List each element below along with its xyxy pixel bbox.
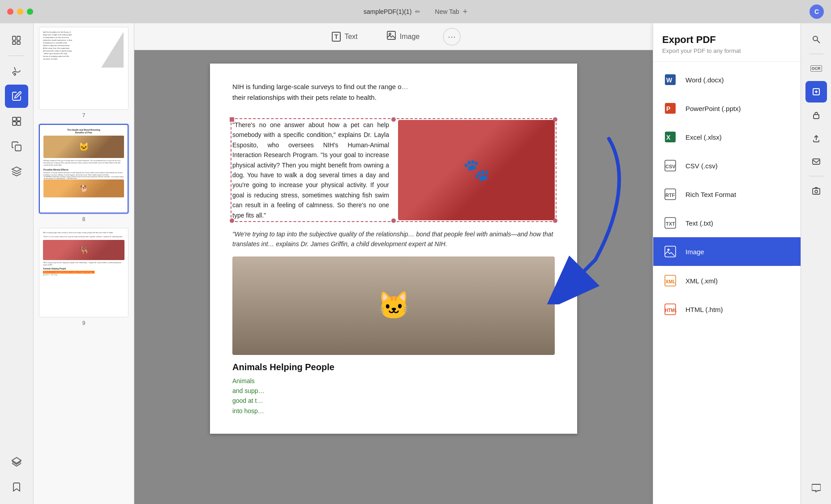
thumb8-title: The Health and Mood-BoostingBenefits of … [43, 128, 124, 134]
thumb7-triangle [101, 32, 124, 69]
chat-btn[interactable] [805, 477, 827, 499]
sidebar-item-layers[interactable] [5, 450, 28, 474]
tab-title-text: samplePDF(1)(1) [364, 8, 411, 15]
ocr-label: OCR [810, 65, 822, 72]
minimize-button[interactable] [17, 9, 23, 15]
green-text: Animalsand supp…good at t…into hosp… [232, 376, 555, 416]
text-toolbar-icon: T [332, 32, 341, 42]
avatar[interactable]: C [810, 4, 824, 19]
export-item-txt-label: Text (.txt) [685, 219, 713, 227]
more-options-btn[interactable]: ⋯ [443, 28, 461, 46]
svg-marker-11 [101, 32, 124, 68]
svg-rect-0 [13, 36, 16, 40]
csv-icon: CSV [662, 158, 678, 174]
bottom-image: 🐱 [232, 256, 555, 355]
sidebar-item-grid[interactable] [5, 110, 28, 133]
active-tab[interactable]: samplePDF(1)(1) ✏ [364, 8, 420, 15]
svg-rect-5 [13, 117, 16, 121]
svg-rect-6 [17, 117, 21, 121]
thumbnail-page-9[interactable]: NIH is funding large-scale surveys to fi… [37, 228, 130, 326]
export-item-csv[interactable]: CSV CSV (.csv) [653, 151, 801, 180]
image-export-icon [662, 243, 678, 260]
email-btn[interactable] [805, 151, 827, 172]
content-area: T Text Image ⋯ NIH is fundi [134, 23, 653, 504]
thumb9-text3: "We're trying to tap into the subjective… [43, 262, 124, 266]
sidebar-item-copy[interactable] [5, 135, 28, 158]
rsidebar-divider-1 [809, 54, 823, 54]
thumb9-text1: NIH is funding large-scale surveys to fi… [43, 232, 124, 234]
svg-point-4 [14, 73, 16, 75]
sidebar-item-stamp[interactable] [5, 160, 28, 183]
word-icon: W [662, 72, 678, 88]
fullscreen-button[interactable] [27, 9, 33, 15]
thumb-card-9[interactable]: NIH is funding large-scale surveys to fi… [39, 228, 129, 317]
export-item-word[interactable]: W Word (.docx) [653, 65, 801, 94]
left-sidebar [0, 23, 34, 504]
thumb8-cat-image: 🐱 [43, 136, 124, 158]
thumbnail-page-7[interactable]: laid the foundation for the theory ofdis… [37, 27, 130, 119]
search-btn[interactable] [805, 29, 827, 50]
ppt-icon: P [662, 100, 678, 116]
svg-point-13 [389, 33, 391, 35]
xml-icon: XML [662, 273, 678, 289]
export-item-csv-label: CSV (.csv) [685, 162, 718, 170]
svg-rect-36 [813, 159, 820, 164]
close-button[interactable] [7, 9, 13, 15]
export-item-rtf[interactable]: RTF Rich Text Format [653, 180, 801, 209]
thumb9-text2: "There's no one answer about how a pet c… [43, 236, 124, 238]
handle-br [553, 218, 557, 223]
svg-text:W: W [666, 77, 673, 84]
snapshot-btn[interactable] [805, 180, 827, 201]
thumb8-text: Nothing compares to the joy of coming ho… [43, 160, 124, 167]
export-item-html[interactable]: HTML HTML (.htm) [653, 295, 801, 324]
thumbnail-page-8[interactable]: The Health and Mood-BoostingBenefits of … [37, 124, 130, 222]
export-panel: Export PDF Export your PDF to any format… [653, 23, 801, 504]
svg-text:RTF: RTF [665, 192, 675, 198]
excel-icon: X [662, 129, 678, 145]
export-header: Export PDF Export your PDF to any format [653, 23, 801, 62]
ocr-btn[interactable]: OCR [805, 58, 827, 79]
export-item-image[interactable]: Image [653, 237, 801, 266]
export-item-xml-label: XML (.xml) [685, 277, 718, 285]
export-item-html-label: HTML (.htm) [685, 306, 723, 313]
export-btn[interactable] [805, 81, 827, 103]
sidebar-item-text-edit[interactable] [5, 85, 28, 108]
italic-quote: "We're trying to tap into the subjective… [232, 229, 555, 249]
svg-text:CSV: CSV [665, 164, 676, 169]
thumb-card-8[interactable]: The Health and Mood-BoostingBenefits of … [39, 124, 129, 214]
html-icon: HTML [662, 301, 678, 317]
export-item-ppt[interactable]: P PowerPoint (.pptx) [653, 94, 801, 123]
svg-rect-3 [17, 42, 20, 44]
text-toolbar-btn[interactable]: T Text [326, 29, 363, 44]
export-item-txt[interactable]: TXT Text (.txt) [653, 209, 801, 237]
lock-btn[interactable] [805, 104, 827, 126]
svg-rect-7 [13, 122, 16, 125]
sidebar-item-pages[interactable] [5, 29, 28, 52]
main-layout: laid the foundation for the theory ofdis… [0, 23, 831, 504]
thumb9-sub: Animals Helping People [43, 268, 124, 270]
txt-icon: TXT [662, 215, 678, 231]
image-toolbar-btn[interactable]: Image [381, 28, 425, 45]
svg-rect-9 [15, 145, 21, 151]
thumbnail-panel: laid the foundation for the theory ofdis… [34, 23, 134, 504]
svg-text:X: X [666, 134, 671, 141]
new-tab-button[interactable]: + [463, 7, 468, 17]
svg-text:HTML: HTML [665, 308, 677, 313]
export-item-excel[interactable]: X Excel (.xlsx) [653, 123, 801, 151]
svg-rect-1 [17, 36, 20, 40]
svg-rect-8 [17, 122, 21, 125]
thumb9-green: Animals are increasingly being used in a… [43, 271, 124, 273]
svg-text:XML: XML [665, 279, 676, 284]
thumb-card-7[interactable]: laid the foundation for the theory ofdis… [39, 27, 129, 110]
export-item-xml[interactable]: XML XML (.xml) [653, 266, 801, 295]
export-subtitle: Export your PDF to any format [662, 47, 792, 54]
handle-tl [230, 117, 234, 122]
para1: NIH is funding large-scale surveys to fi… [232, 81, 555, 103]
sidebar-item-bookmark[interactable] [5, 475, 28, 499]
sidebar-item-brush[interactable] [5, 60, 28, 83]
article-heading: Animals Helping People [232, 362, 555, 372]
export-list: W Word (.docx) P PowerPoint (.pptx) [653, 62, 801, 327]
right-sidebar: OCR [801, 23, 831, 504]
edit-icon[interactable]: ✏ [415, 8, 420, 15]
share-btn[interactable] [805, 128, 827, 149]
